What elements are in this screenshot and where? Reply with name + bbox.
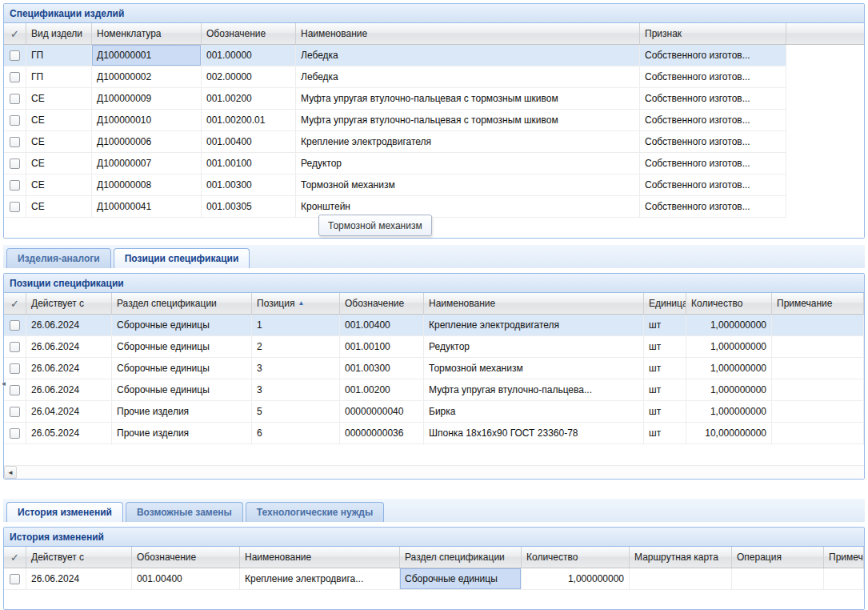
table-cell[interactable]: 1,000000000 <box>686 379 772 400</box>
table-cell[interactable]: 26.06.2024 <box>26 568 132 589</box>
table-cell[interactable]: 3 <box>252 379 340 400</box>
select-all-header[interactable]: ✓ <box>4 23 26 44</box>
table-cell[interactable]: 1,000000000 <box>686 336 772 357</box>
table-cell[interactable]: СЕ <box>26 196 92 217</box>
column-header[interactable]: Действует с <box>26 293 112 314</box>
table-cell[interactable]: 001.00200.01 <box>202 110 296 130</box>
table-cell[interactable]: Собственного изготов... <box>640 175 786 195</box>
table-cell[interactable] <box>772 336 864 357</box>
table-cell[interactable]: шт <box>644 401 686 422</box>
table-cell[interactable]: Крепление электродвига... <box>240 568 400 589</box>
table-cell[interactable] <box>772 423 864 443</box>
table-cell[interactable]: 001.00100 <box>340 336 424 357</box>
table-cell[interactable]: Тормозной механизм <box>424 358 644 379</box>
table-row[interactable]: 26.06.2024Сборочные единицы1001.00400Кре… <box>4 315 864 336</box>
row-checkbox[interactable] <box>10 574 20 584</box>
table-cell[interactable]: Собственного изготов... <box>640 196 786 217</box>
table-cell[interactable]: Муфта упругая втулочно-пальцевая с тормо… <box>296 110 640 130</box>
table-cell[interactable]: 26.04.2024 <box>26 401 112 422</box>
table-cell[interactable]: 001.00400 <box>202 131 296 152</box>
table-cell[interactable]: Лебедка <box>296 66 640 87</box>
column-header[interactable]: Раздел спецификации <box>400 547 522 568</box>
table-cell[interactable]: 1,000000000 <box>686 315 772 335</box>
column-header[interactable]: Единица <box>644 293 686 314</box>
table-cell[interactable]: 001.00305 <box>202 196 296 217</box>
table-cell[interactable]: ГП <box>26 66 92 87</box>
column-header[interactable]: Вид издели <box>26 23 92 44</box>
table-row[interactable]: 26.04.2024Прочие изделия500000000040Бирк… <box>4 401 864 423</box>
row-checkbox[interactable] <box>10 363 20 374</box>
table-cell[interactable]: 26.06.2024 <box>26 336 112 357</box>
column-header[interactable]: Обозначение <box>202 23 296 44</box>
table-cell[interactable]: Прочие изделия <box>112 423 252 443</box>
column-header[interactable]: Наименование <box>296 23 640 44</box>
table-cell[interactable]: 001.00000 <box>202 45 296 66</box>
table-cell[interactable]: Собственного изготов... <box>640 45 786 66</box>
table-cell[interactable]: шт <box>644 336 686 357</box>
table-row[interactable]: СЕД100000008001.00300Тормозной механизмС… <box>4 175 786 196</box>
column-header[interactable]: Количество <box>522 547 630 568</box>
table-cell[interactable]: Д100000010 <box>92 110 202 130</box>
table-cell[interactable]: Редуктор <box>296 153 640 174</box>
column-header[interactable]: Обозначение <box>132 547 240 568</box>
table-cell[interactable] <box>824 568 864 589</box>
table-row[interactable]: СЕД100000010001.00200.01Муфта упругая вт… <box>4 110 786 131</box>
table-cell[interactable]: Д100000007 <box>92 153 202 174</box>
column-header[interactable]: Позиция▲ <box>252 293 340 314</box>
table-cell[interactable]: 10,000000000 <box>686 423 772 443</box>
table-cell[interactable]: Собственного изготов... <box>640 88 786 109</box>
table-cell[interactable]: 002.00000 <box>202 66 296 87</box>
table-row[interactable]: 26.06.2024Сборочные единицы3001.00300Тор… <box>4 358 864 379</box>
table-row[interactable]: 26.06.2024001.00400Крепление электродвиг… <box>4 568 864 590</box>
table-cell[interactable] <box>772 401 864 422</box>
table-cell[interactable]: 001.00400 <box>132 568 240 589</box>
table-cell[interactable]: 3 <box>252 358 340 379</box>
row-checkbox[interactable] <box>10 342 20 352</box>
table-cell[interactable]: Собственного изготов... <box>640 153 786 174</box>
column-header[interactable]: Признак <box>640 23 786 44</box>
table-cell[interactable]: СЕ <box>26 110 92 130</box>
table-cell[interactable]: Сборочные единицы <box>112 358 252 379</box>
row-checkbox[interactable] <box>10 137 20 147</box>
table-cell[interactable] <box>772 358 864 379</box>
table-cell[interactable]: Шпонка 18х16х90 ГОСТ 23360-78 <box>424 423 644 443</box>
table-cell[interactable]: 00000000036 <box>340 423 424 443</box>
table-row[interactable]: СЕД100000009001.00200Муфта упругая втуло… <box>4 88 786 110</box>
positions-tabstrip-tab-1[interactable]: Позиции спецификации <box>114 248 250 268</box>
table-cell[interactable]: 26.05.2024 <box>26 423 112 443</box>
table-cell[interactable]: 1,000000000 <box>522 568 630 589</box>
row-checkbox[interactable] <box>10 202 20 212</box>
table-cell[interactable]: Лебедка <box>296 45 640 66</box>
table-cell[interactable]: Д100000001 <box>92 45 202 66</box>
table-cell[interactable]: шт <box>644 423 686 443</box>
table-cell[interactable]: 1,000000000 <box>686 358 772 379</box>
row-checkbox[interactable] <box>10 72 20 82</box>
table-cell[interactable]: Бирка <box>424 401 644 422</box>
table-cell[interactable]: шт <box>644 358 686 379</box>
table-cell[interactable]: Редуктор <box>424 336 644 357</box>
table-cell[interactable]: 001.00400 <box>340 315 424 335</box>
row-checkbox[interactable] <box>10 159 20 169</box>
select-all-header[interactable]: ✓ <box>4 547 26 568</box>
hscroll-track[interactable]: ◄ <box>4 465 864 479</box>
table-row[interactable]: 26.05.2024Прочие изделия600000000036Шпон… <box>4 423 864 444</box>
column-header[interactable]: Примечание <box>772 293 864 314</box>
table-cell[interactable]: СЕ <box>26 175 92 195</box>
history-tabstrip-tab-0[interactable]: История изменений <box>6 502 123 522</box>
table-cell[interactable]: Собственного изготов... <box>640 110 786 130</box>
table-cell[interactable]: Собственного изготов... <box>640 66 786 87</box>
column-header[interactable]: Наименование <box>424 293 644 314</box>
table-row[interactable]: СЕД100000007001.00100РедукторСобственног… <box>4 153 786 175</box>
column-header[interactable]: Действует с <box>26 547 132 568</box>
table-cell[interactable]: Прочие изделия <box>112 401 252 422</box>
table-cell[interactable]: Крепление электродвигателя <box>424 315 644 335</box>
collapse-left-icon[interactable]: ◄ <box>0 373 7 394</box>
row-checkbox[interactable] <box>10 385 20 395</box>
table-row[interactable]: ГПД100000002002.00000ЛебедкаСобственного… <box>4 66 786 88</box>
table-row[interactable]: ГПД100000001001.00000ЛебедкаСобственного… <box>4 45 786 66</box>
history-tabstrip-tab-2[interactable]: Технологические нужды <box>246 502 384 522</box>
column-header[interactable]: Наименование <box>240 547 400 568</box>
column-header[interactable]: Примечание <box>824 547 864 568</box>
table-cell[interactable]: 00000000040 <box>340 401 424 422</box>
table-cell[interactable]: ГП <box>26 45 92 66</box>
